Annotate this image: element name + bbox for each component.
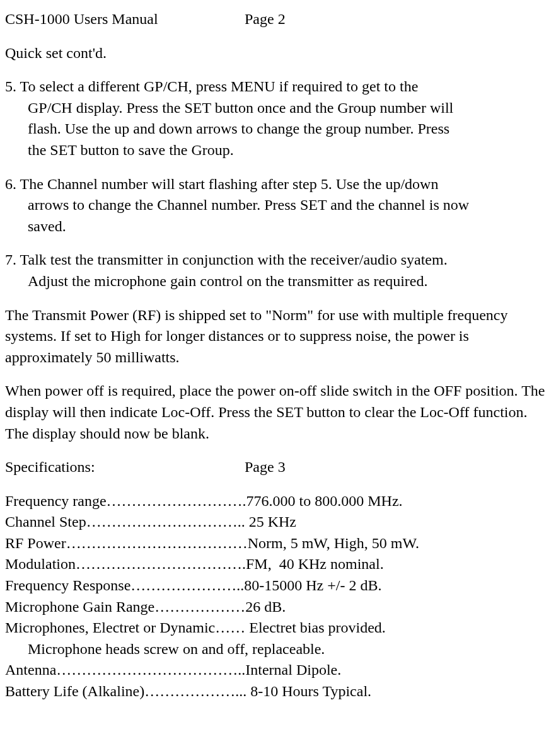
paragraph-power-off: When power off is required, place the po…	[5, 381, 547, 444]
specs-header: Specifications: Page 3	[5, 457, 547, 478]
spec-frequency-range: Frequency range……………………….776.000 to 800.…	[5, 491, 547, 512]
spec-modulation: Modulation…………………………….FM, 40 KHz nominal…	[5, 554, 547, 575]
spec-microphones: Microphones, Electret or Dynamic…… Elect…	[5, 617, 547, 639]
specs-title: Specifications:	[5, 457, 245, 478]
step-number: 6.	[5, 176, 16, 192]
step-text: Adjust the microphone gain control on th…	[5, 271, 547, 292]
step-text: To select a different GP/CH, press MENU …	[16, 78, 418, 94]
specs-page: Page 3	[245, 457, 286, 478]
page-header: CSH-1000 Users Manual Page 2	[5, 9, 547, 30]
step-text: arrows to change the Channel number. Pre…	[5, 195, 547, 216]
specs-list: Frequency range……………………….776.000 to 800.…	[5, 491, 547, 702]
page-number: Page 2	[245, 9, 286, 30]
step-text: flash. Use the up and down arrows to cha…	[5, 118, 547, 140]
spec-mic-gain-range: Microphone Gain Range………………26 dB.	[5, 597, 547, 618]
step-text: The Channel number will start flashing a…	[16, 176, 438, 192]
step-text: GP/CH display. Press the SET button once…	[5, 98, 547, 119]
step-5: 5. To select a different GP/CH, press ME…	[5, 76, 547, 161]
spec-channel-step: Channel Step………………………….. 25 KHz	[5, 512, 547, 533]
spec-rf-power: RF Power………………………………Norm, 5 mW, High, 50…	[5, 533, 547, 554]
step-number: 7.	[5, 251, 16, 268]
spec-frequency-response: Frequency Response…………………..80-15000 Hz +…	[5, 575, 547, 597]
step-text: the SET button to save the Group.	[5, 140, 547, 161]
step-text: Talk test the transmitter in conjunction…	[16, 251, 448, 268]
step-6: 6. The Channel number will start flashin…	[5, 174, 547, 238]
spec-antenna: Antenna………………………………..Internal Dipole.	[5, 660, 547, 681]
spec-mic-heads: Microphone heads screw on and off, repla…	[5, 639, 547, 660]
spec-battery-life: Battery Life (Alkaline)………………... 8-10 Ho…	[5, 681, 547, 702]
step-7: 7. Talk test the transmitter in conjunct…	[5, 249, 547, 292]
section-heading: Quick set cont'd.	[5, 43, 547, 64]
manual-title: CSH-1000 Users Manual	[5, 9, 245, 30]
paragraph-transmit-power: The Transmit Power (RF) is shipped set t…	[5, 305, 547, 369]
step-text: saved.	[5, 216, 547, 238]
step-number: 5.	[5, 78, 16, 94]
